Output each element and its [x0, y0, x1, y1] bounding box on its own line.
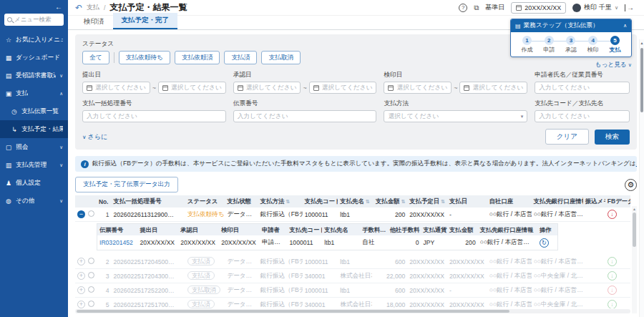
breadcrumb[interactable]: 支払 [87, 3, 99, 12]
gear-icon[interactable] [625, 179, 637, 191]
user-avatar-icon [572, 4, 581, 12]
approval-date-to-input[interactable]: 選択してください [309, 82, 377, 94]
page-title: 支払予定・結果一覧 [110, 1, 187, 14]
operation-history-icon[interactable] [540, 238, 549, 248]
submit-date-to-input[interactable]: 選択してください [158, 82, 226, 94]
cell-method: 銀行振込（FBデー… [258, 208, 303, 222]
cell-fee-bearer: 自社 [360, 235, 388, 250]
cell-payee-code: 340001 [303, 298, 338, 309]
payee-code-name-input[interactable]: 入力してください [535, 110, 630, 122]
table-row[interactable]: 5 2026022517251700… 支払済 データ… 銀行振込（FBデー… … [75, 298, 630, 309]
table-vertical-scrollbar[interactable]: ▲ [632, 206, 637, 313]
voucher-number-link[interactable]: IR03201452 [99, 239, 133, 246]
cell-paid-date: 20XX/XX/XX [447, 255, 487, 269]
sort-header-method[interactable]: 支払方法 [258, 195, 303, 208]
help-icon[interactable]: ? [459, 4, 467, 12]
sidebar-item-dashboard[interactable]: ▦ ダッシュボード [0, 49, 68, 67]
applicant-name-input[interactable]: 入力してください [535, 82, 630, 94]
scroll-up-icon[interactable]: ▲ [640, 41, 644, 45]
schedule-list-icon: ↳ [11, 126, 18, 133]
status-chip-requested[interactable]: 支払依頼済 [175, 51, 220, 64]
sidebar-collapse-icon[interactable]: ← [55, 3, 62, 11]
row-radio[interactable] [88, 301, 94, 307]
row-radio[interactable] [88, 272, 94, 278]
tab-stamped[interactable]: 検印済 [75, 14, 113, 29]
fb-data-download-icon[interactable] [608, 257, 617, 266]
row-radio[interactable] [88, 210, 94, 217]
export-data-button[interactable]: 支払予定・完了伝票データ出力 [75, 177, 178, 192]
row-radio[interactable] [88, 286, 94, 293]
base-date-input[interactable]: 20XX/XX/XX [511, 2, 566, 14]
invoice-import-icon: ▤ [5, 72, 12, 79]
sidebar-item-personal-settings[interactable]: ♟ 個人設定 [0, 174, 68, 192]
status-chip-waiting[interactable]: 支払依頼待ち [119, 51, 170, 64]
cell-method: 銀行振込（FBデー… [258, 269, 303, 283]
expand-row-icon[interactable] [77, 272, 85, 280]
step-approve: 3 承認 [560, 36, 582, 54]
table-row[interactable]: 1 2026022611312900… 支払依頼待ち データ… 銀行振込（FBデ… [75, 208, 630, 222]
here-link[interactable]: こちら [636, 160, 637, 167]
status-chip-paid[interactable]: 支払済 [224, 51, 257, 64]
sort-header-payee[interactable]: 支払先名 [338, 195, 371, 208]
approval-date-from-input[interactable]: 選択してください [233, 82, 301, 94]
status-chip-all[interactable]: 全て [82, 51, 109, 64]
fb-data-download-icon[interactable] [608, 271, 617, 281]
more-filters-link[interactable]: さらに [82, 132, 107, 142]
sidebar-item-payment-voucher-list[interactable]: ◷ 支払伝票一覧 [0, 102, 68, 120]
fb-data-download-icon[interactable] [608, 300, 617, 308]
search-button[interactable]: 検索 [595, 130, 630, 145]
page-vertical-scrollbar[interactable]: ▲ [639, 39, 644, 317]
expand-row-icon[interactable] [77, 301, 85, 308]
logout-icon[interactable]: → [625, 4, 634, 11]
menu-search-input[interactable]: メニュー検索 [4, 14, 64, 26]
see-more-link[interactable]: もっと見る [510, 61, 632, 69]
user-menu[interactable]: 検印 千里 ∨ [572, 3, 618, 12]
payment-method-select[interactable]: 選択してください▾ [384, 110, 527, 122]
batch-number-input[interactable]: 入力してください [82, 110, 226, 122]
sidebar-item-payee-management[interactable]: ▥ 支払先管理 ∨ [0, 156, 68, 174]
fb-data-download-icon[interactable] [608, 286, 617, 295]
back-icon[interactable]: ↶ [75, 4, 82, 12]
business-step-header[interactable]: ▤ 業務ステップ（支払伝票） ∧ [511, 19, 631, 32]
row-radio[interactable] [88, 258, 94, 264]
cell-paid-date: 20XX/XX/XX [447, 298, 487, 309]
sidebar-item-inquiry[interactable]: ▢ 照会 ∨ [0, 138, 68, 156]
sidebar-item-others[interactable]: ◍ その他 ∨ [0, 192, 68, 210]
sort-header-due[interactable]: 支払予定日 [407, 195, 447, 208]
sidebar-item-favorites[interactable]: ☆ お気に入りメニュー [0, 31, 68, 49]
stamp-date-from-input[interactable]: 選択してください [384, 82, 452, 94]
calendar-icon [464, 85, 469, 91]
info-icon: i [81, 160, 89, 168]
status-badge: 支払取消 [187, 286, 220, 294]
submit-date-from-input[interactable]: 選択してください [82, 82, 150, 94]
cell-batch-no: 2026022517251700… [112, 298, 185, 309]
sidebar-item-payment[interactable]: ▣ 支払 ∧ [0, 84, 68, 102]
voucher-number-input[interactable]: 入力してください [233, 110, 377, 122]
expand-row-icon[interactable] [77, 258, 85, 265]
cell-due-date: 20XX/XX/XX [407, 255, 447, 269]
cell-payee-code: 340001 [303, 269, 338, 283]
table-toolbar: 支払予定・完了伝票データ出力 [75, 177, 637, 192]
scroll-up-icon[interactable]: ▲ [632, 207, 637, 211]
sidebar-item-invoice-import[interactable]: ▤ 受領請求書取込 ∨ [0, 67, 68, 84]
external-window-icon[interactable]: ⧉ [474, 4, 479, 11]
cell-batch-no: 2026022517204300… [112, 269, 185, 283]
cell-method: 銀行振込（FBデー… [258, 255, 303, 269]
sidebar-item-payment-schedule-list[interactable]: ↳ 支払予定・結果一覧 [0, 120, 68, 138]
collapse-row-icon[interactable] [77, 210, 85, 218]
sort-header-amount[interactable]: 支払金額 [372, 195, 408, 208]
clear-button[interactable]: クリア [545, 129, 589, 145]
table-row[interactable]: 2 2026022517204500… 支払済 データ… 銀行振込（FBデー… … [75, 255, 630, 269]
cell-batch-no: 2026022611312900… [112, 208, 185, 222]
calendar-icon [87, 85, 92, 91]
tab-schedule-completed[interactable]: 支払予定・完了 [113, 13, 178, 29]
table-row[interactable]: 3 2026022517204300… 支払済 データ… 銀行振込（FBデー… … [75, 269, 630, 283]
cell-payee-name: 株式会社日本 [338, 298, 371, 309]
table-horizontal-scrollbar[interactable] [75, 309, 630, 313]
expand-row-icon[interactable] [77, 286, 85, 294]
table-row[interactable]: 4 2026022517252200… 支払取消 データ… 銀行振込（FBデー…… [75, 283, 630, 298]
stamp-date-to-input[interactable]: 選択してください [459, 82, 527, 94]
fb-data-download-icon[interactable] [608, 210, 617, 219]
status-chip-cancelled[interactable]: 支払取消 [261, 51, 301, 64]
calendar-icon [388, 85, 394, 91]
